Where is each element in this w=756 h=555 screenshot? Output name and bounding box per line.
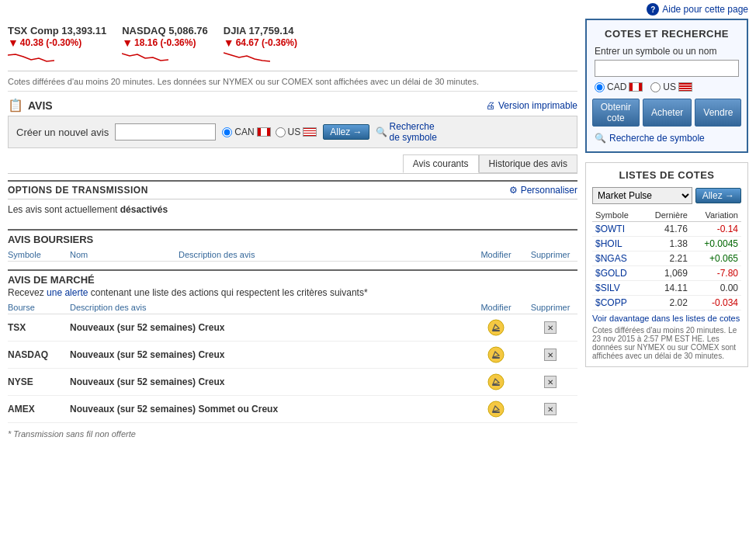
edit-icon-3[interactable] <box>487 401 505 418</box>
listes-symbol-3[interactable]: $GOLD <box>592 266 642 281</box>
marche-row-1: NASDAQ Nouveaux (sur 52 semaines) Creux … <box>8 342 577 369</box>
marche-col-modifier: Modifier <box>469 303 523 312</box>
ticker-tsx: TSX Comp 13,393.11 ▼ 40.38 (-0.30%) <box>8 25 106 64</box>
tab-historique[interactable]: Historique des avis <box>479 154 577 173</box>
marche-modifier-1[interactable] <box>469 346 523 363</box>
obtenir-cote-button[interactable]: Obtenir cote <box>592 99 640 127</box>
marche-modifier-3[interactable] <box>469 401 523 418</box>
marche-supprimer-3[interactable]: ✕ <box>523 403 577 415</box>
marche-row-0: TSX Nouveaux (sur 52 semaines) Creux ✕ <box>8 314 577 342</box>
listes-symbol-2[interactable]: $NGAS <box>592 251 642 266</box>
ticker-djia-price: 17,759.14 <box>249 25 294 36</box>
create-alert-input[interactable] <box>115 123 216 140</box>
sidebar: COTES ET RECHERCHE Entrer un symbole ou … <box>585 19 748 446</box>
down-arrow-djia: ▼ <box>224 36 234 49</box>
radio-can-label[interactable]: CAN <box>222 127 270 137</box>
listes-variation-4: 0.00 <box>691 281 741 296</box>
listes-go-button[interactable]: Allez → <box>695 188 741 203</box>
listes-row-3: $GOLD 1,069 -7.80 <box>592 266 741 281</box>
cotes-radio-us[interactable] <box>650 82 661 92</box>
options-status: Les avis sont actuellement désactivés <box>8 199 577 220</box>
cotes-box: COTES ET RECHERCHE Entrer un symbole ou … <box>585 19 748 153</box>
tab-avis-courants[interactable]: Avis courants <box>403 154 479 173</box>
listes-row-2: $NGAS 2.21 +0.065 <box>592 251 741 266</box>
ticker-nasdaq: NASDAQ 5,086.76 ▼ 18.16 (-0.36%) <box>122 25 208 64</box>
go-button[interactable]: Allez → <box>323 124 369 140</box>
ticker-nasdaq-price: 5,086.76 <box>168 25 208 36</box>
cotes-search-input[interactable] <box>595 60 739 77</box>
delete-icon-1[interactable]: ✕ <box>544 349 557 361</box>
alerte-link[interactable]: une alerte <box>47 287 88 298</box>
cotes-input-label: Entrer un symbole ou un nom <box>595 46 739 57</box>
tabs-bar: Avis courants Historique des avis <box>8 154 577 174</box>
col-header-symbole: Symbole <box>8 250 70 259</box>
listes-symbol-5[interactable]: $COPP <box>592 296 642 310</box>
main-wrapper: TSX Comp 13,393.11 ▼ 40.38 (-0.30%) NASD… <box>0 19 756 446</box>
listes-symbol-0[interactable]: $OWTI <box>592 222 642 237</box>
avis-marche-title: AVIS DE MARCHÉ <box>8 269 577 287</box>
cotes-radio-us-label[interactable]: US <box>650 82 692 92</box>
marche-modifier-2[interactable] <box>469 373 523 390</box>
svg-rect-7 <box>492 411 500 413</box>
cotes-symbol-search[interactable]: 🔍 Recherche de symbole <box>595 133 739 144</box>
edit-icon-1[interactable] <box>487 346 505 363</box>
listes-tbody: $OWTI 41.76 -0.14 $HOIL 1.38 +0.0045 $NG… <box>592 222 741 310</box>
marche-supprimer-1[interactable]: ✕ <box>523 349 577 361</box>
marche-supprimer-2[interactable]: ✕ <box>523 376 577 388</box>
delete-icon-2[interactable]: ✕ <box>544 376 557 388</box>
edit-icon-2[interactable] <box>487 373 505 390</box>
marche-desc-1: Nouveaux (sur 52 semaines) Creux <box>70 349 469 360</box>
vendre-button[interactable]: Vendre <box>695 99 741 127</box>
radio-can[interactable] <box>222 127 232 137</box>
marche-supprimer-0[interactable]: ✕ <box>523 321 577 334</box>
sparkline-djia <box>224 49 270 64</box>
ticker-djia-name: DJIA 17,759.14 <box>224 25 297 36</box>
marche-col-supprimer: Supprimer <box>523 303 577 312</box>
listes-col-derniere: Dernière <box>642 209 691 222</box>
help-link[interactable]: ? Aide pour cette page <box>647 3 748 16</box>
acheter-button[interactable]: Acheter <box>643 99 692 127</box>
voir-plus-link[interactable]: Voir davantage dans les listes de cotes <box>592 314 741 323</box>
symbol-search-link[interactable]: 🔍 Recherchede symbole <box>376 121 437 143</box>
listes-variation-3: -7.80 <box>691 266 741 281</box>
edit-icon-0[interactable] <box>487 319 505 336</box>
listes-symbol-4[interactable]: $SILV <box>592 281 642 296</box>
options-title: OPTIONS DE TRANSMISSION <box>8 185 148 196</box>
sparkline-tsx <box>8 49 54 64</box>
marche-col-desc: Description des avis <box>70 303 469 312</box>
listes-row-1: $HOIL 1.38 +0.0045 <box>592 237 741 251</box>
marche-bourse-3: AMEX <box>8 404 70 415</box>
marche-row-3: AMEX Nouveaux (sur 52 semaines) Sommet o… <box>8 396 577 423</box>
avis-icon: 📋 <box>8 98 23 113</box>
delete-icon-3[interactable]: ✕ <box>544 403 557 415</box>
svg-rect-3 <box>492 357 500 359</box>
top-bar: ? Aide pour cette page <box>0 0 756 19</box>
delete-icon-0[interactable]: ✕ <box>544 321 557 334</box>
flag-us-icon <box>303 127 317 137</box>
radio-us[interactable] <box>276 127 286 137</box>
print-version-link[interactable]: 🖨 Version imprimable <box>486 100 577 111</box>
listes-row-0: $OWTI 41.76 -0.14 <box>592 222 741 237</box>
listes-variation-2: +0.065 <box>691 251 741 266</box>
marche-footnote: * Transmission sans fil non offerte <box>8 423 577 439</box>
listes-col-symbole: Symbole <box>592 209 642 222</box>
personalize-link[interactable]: ⚙ Personnaliser <box>509 185 577 196</box>
radio-us-label[interactable]: US <box>276 127 317 137</box>
col-header-supprimer: Supprimer <box>523 250 577 259</box>
cotes-radio-cad[interactable] <box>595 82 605 92</box>
create-alert-label: Créer un nouvel avis <box>16 127 109 138</box>
col-header-desc: Description des avis <box>179 250 469 259</box>
listes-select[interactable]: Market Pulse <box>592 187 692 204</box>
down-arrow-nasdaq: ▼ <box>122 36 133 49</box>
listes-row-4: $SILV 14.11 0.00 <box>592 281 741 296</box>
marche-desc-0: Nouveaux (sur 52 semaines) Creux <box>70 322 469 333</box>
col-header-nom: Nom <box>70 250 179 259</box>
listes-disclaimer: Cotes différées d'au moins 20 minutes. L… <box>592 326 741 360</box>
listes-variation-5: -0.034 <box>691 296 741 310</box>
marche-desc-3: Nouveaux (sur 52 semaines) Sommet ou Cre… <box>70 404 469 415</box>
cotes-radio-cad-label[interactable]: CAD <box>595 82 643 92</box>
sparkline-nasdaq <box>122 49 168 64</box>
ticker-disclaimer: Cotes différées d'au moins 20 minutes. L… <box>8 75 577 92</box>
listes-symbol-1[interactable]: $HOIL <box>592 237 642 251</box>
marche-modifier-0[interactable] <box>469 319 523 336</box>
